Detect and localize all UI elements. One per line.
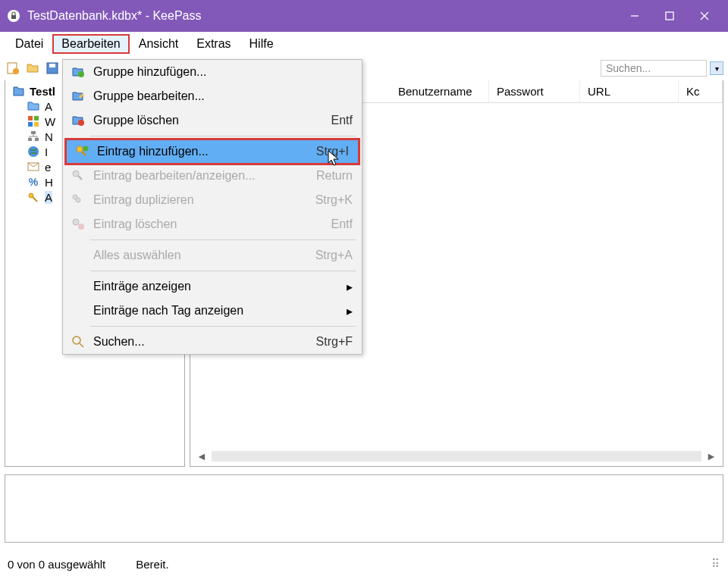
svg-point-20 — [78, 71, 84, 77]
menu-ansicht[interactable]: Ansicht — [130, 34, 187, 54]
menu-datei[interactable]: Datei — [6, 34, 52, 54]
svg-rect-14 — [31, 131, 36, 134]
search-dropdown-button[interactable]: ▾ — [710, 61, 723, 75]
search-icon — [69, 335, 87, 349]
menu-group-delete[interactable]: Gruppe löschen Entf — [63, 108, 362, 133]
svg-point-29 — [73, 337, 80, 344]
key-dup-icon — [69, 193, 87, 207]
svg-rect-1 — [11, 15, 16, 19]
globe-icon — [27, 145, 40, 158]
window-title: TestDatenbank.kdbx* - KeePass — [27, 9, 201, 23]
folder-plus-icon — [69, 65, 87, 79]
menu-separator — [90, 326, 356, 327]
menu-hilfe[interactable]: Hilfe — [240, 34, 283, 54]
db-icon — [11, 84, 25, 98]
titlebar: TestDatenbank.kdbx* - KeePass — [0, 0, 728, 32]
key-plus-icon — [73, 145, 91, 158]
svg-point-24 — [73, 171, 79, 177]
svg-point-22 — [77, 146, 83, 152]
status-selection: 0 von 0 ausgewählt — [8, 558, 105, 571]
svg-point-28 — [78, 224, 84, 230]
svg-point-7 — [13, 68, 19, 74]
menu-group-add[interactable]: Gruppe hinzufügen... — [63, 60, 362, 84]
close-button[interactable] — [687, 0, 722, 32]
svg-point-26 — [76, 198, 80, 202]
menu-show-entries-by-tag[interactable]: Einträge nach Tag anzeigen ▸ — [63, 299, 362, 323]
svg-point-23 — [83, 146, 89, 152]
svg-rect-10 — [28, 116, 33, 121]
search-input[interactable]: Suchen... — [601, 60, 707, 77]
col-password[interactable]: Passwort — [489, 80, 580, 102]
svg-rect-16 — [35, 138, 39, 141]
submenu-arrow-icon: ▸ — [347, 304, 353, 318]
menu-entry-add[interactable]: Eintrag hinzufügen... Strg+I — [64, 138, 360, 165]
menu-bearbeiten[interactable]: Bearbeiten — [52, 34, 129, 54]
statusbar: 0 von 0 ausgewählt Bereit. ⠿ — [2, 553, 726, 574]
menu-select-all: Alles auswählen Strg+A — [63, 243, 362, 268]
svg-rect-12 — [28, 122, 33, 127]
svg-rect-9 — [49, 64, 55, 67]
menu-extras[interactable]: Extras — [187, 34, 240, 54]
menu-separator — [90, 271, 356, 271]
menu-search[interactable]: Suchen... Strg+F — [63, 330, 362, 354]
folder-edit-icon — [69, 89, 87, 103]
horizontal-scrollbar[interactable]: ◄ ► — [195, 449, 718, 463]
minimize-button[interactable] — [617, 0, 652, 32]
windows-icon — [27, 114, 40, 128]
status-ready: Bereit. — [136, 558, 168, 571]
folder-delete-icon — [69, 114, 87, 127]
svg-rect-3 — [666, 12, 673, 20]
edit-menu-dropdown: Gruppe hinzufügen... Gruppe bearbeiten..… — [62, 59, 362, 355]
menu-entry-duplicate: Eintrag duplizieren Strg+K — [63, 188, 362, 212]
col-comment[interactable]: Kc — [679, 80, 723, 102]
menu-separator — [90, 239, 356, 240]
menubar: Datei Bearbeiten Ansicht Extras Hilfe — [0, 32, 728, 56]
key-edit-icon — [69, 169, 87, 183]
svg-point-21 — [78, 120, 84, 126]
resize-grip-icon[interactable]: ⠿ — [711, 557, 720, 571]
save-icon[interactable] — [44, 60, 61, 77]
svg-rect-15 — [28, 138, 32, 141]
scroll-right-icon[interactable]: ► — [704, 449, 718, 463]
menu-show-entries[interactable]: Einträge anzeigen ▸ — [63, 274, 362, 299]
menu-entry-edit: Eintrag bearbeiten/anzeigen... Return — [63, 164, 362, 188]
keys-icon — [27, 190, 40, 204]
mail-icon — [27, 160, 40, 174]
folder-icon — [27, 99, 40, 113]
svg-rect-13 — [34, 122, 39, 127]
new-db-icon[interactable] — [5, 60, 21, 77]
menu-entry-delete: Eintrag löschen Entf — [63, 212, 362, 236]
network-icon — [27, 130, 40, 143]
open-folder-icon[interactable] — [24, 60, 41, 77]
menu-group-edit[interactable]: Gruppe bearbeiten... — [63, 84, 362, 108]
col-username[interactable]: Benutzername — [391, 80, 489, 102]
svg-point-17 — [28, 146, 39, 157]
svg-point-27 — [73, 219, 79, 225]
scroll-left-icon[interactable]: ◄ — [195, 449, 209, 463]
detail-pane — [5, 474, 723, 543]
svg-rect-11 — [34, 116, 39, 121]
lock-icon — [6, 8, 21, 23]
col-url[interactable]: URL — [580, 80, 679, 102]
percent-icon: % — [27, 175, 40, 189]
scroll-track[interactable] — [212, 451, 701, 462]
key-delete-icon — [69, 218, 87, 231]
menu-separator — [90, 136, 356, 136]
submenu-arrow-icon: ▸ — [347, 280, 353, 294]
maximize-button[interactable] — [652, 0, 687, 32]
